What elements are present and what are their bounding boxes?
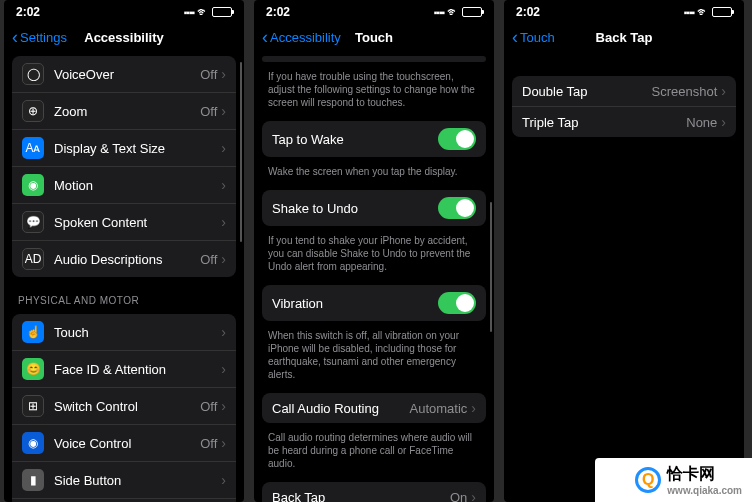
row-label: Spoken Content <box>54 215 221 230</box>
back-button[interactable]: ‹ Touch <box>512 28 555 46</box>
status-time: 2:02 <box>266 5 290 19</box>
row-label: Shake to Undo <box>272 201 438 216</box>
settings-row[interactable]: 💬Spoken Content› <box>12 204 236 241</box>
audiodesc-icon: AD <box>22 248 44 270</box>
settings-row[interactable]: ADAudio DescriptionsOff› <box>12 241 236 277</box>
row-value: Automatic <box>410 401 468 416</box>
signal-icon: ▪▪▪▪ <box>184 7 194 18</box>
settings-group: Vibration <box>262 285 486 321</box>
settings-group: Tap to Wake <box>262 121 486 157</box>
settings-group: Shake to Undo <box>262 190 486 226</box>
row-label: Tap to Wake <box>272 132 438 147</box>
settings-row[interactable]: ⊞Switch ControlOff› <box>12 388 236 425</box>
settings-row[interactable]: Triple TapNone› <box>512 107 736 137</box>
row-footer: Wake the screen when you tap the display… <box>254 161 494 186</box>
wifi-icon: ᯤ <box>447 5 459 19</box>
row-label: Triple Tap <box>522 115 686 130</box>
back-label: Settings <box>20 30 67 45</box>
row-value: Off <box>200 399 217 414</box>
content-scroll[interactable]: If you have trouble using the touchscree… <box>254 52 494 502</box>
back-label: Accessibility <box>270 30 341 45</box>
chevron-right-icon: › <box>221 66 226 82</box>
settings-row[interactable]: 😊Face ID & Attention› <box>12 351 236 388</box>
row-value: Screenshot <box>652 84 718 99</box>
row-label: Voice Control <box>54 436 200 451</box>
voiceover-icon: ◯ <box>22 63 44 85</box>
settings-row[interactable]: ⊕ZoomOff› <box>12 93 236 130</box>
watermark-name: 恰卡网 <box>667 465 715 482</box>
status-bar: 2:02 ▪▪▪▪ ᯤ <box>4 0 244 22</box>
toggle-switch[interactable] <box>438 197 476 219</box>
row-value: None <box>686 115 717 130</box>
chevron-right-icon: › <box>721 114 726 130</box>
wifi-icon: ᯤ <box>197 5 209 19</box>
physical-motor-group: ☝Touch›😊Face ID & Attention›⊞Switch Cont… <box>12 314 236 502</box>
row-label: Touch <box>54 325 221 340</box>
row-value: Off <box>200 104 217 119</box>
row-value: Off <box>200 67 217 82</box>
settings-row[interactable]: Call Audio RoutingAutomatic› <box>262 393 486 423</box>
row-label: Double Tap <box>522 84 652 99</box>
section-physical-motor: PHYSICAL AND MOTOR <box>4 281 244 310</box>
switch-icon: ⊞ <box>22 395 44 417</box>
status-time: 2:02 <box>16 5 40 19</box>
sidebutton-icon: ▮ <box>22 469 44 491</box>
row-label: Face ID & Attention <box>54 362 221 377</box>
settings-row[interactable]: Double TapScreenshot› <box>512 76 736 107</box>
watermark: 恰卡网 www.qiaka.com <box>595 458 752 502</box>
toggle-switch[interactable] <box>438 292 476 314</box>
phone-touch: 2:02 ▪▪▪▪ ᯤ ‹ Accessibility Touch If you… <box>254 0 494 502</box>
battery-icon <box>712 7 732 17</box>
chevron-right-icon: › <box>221 214 226 230</box>
motion-icon: ◉ <box>22 174 44 196</box>
content-scroll[interactable]: ◯VoiceOverOff›⊕ZoomOff›AᴀDisplay & Text … <box>4 52 244 502</box>
status-icons: ▪▪▪▪ ᯤ <box>184 5 232 19</box>
row-label: Vibration <box>272 296 438 311</box>
settings-row[interactable]: Vibration <box>262 285 486 321</box>
nav-title: Accessibility <box>84 30 164 45</box>
chevron-right-icon: › <box>221 398 226 414</box>
toggle-switch[interactable] <box>438 128 476 150</box>
back-button[interactable]: ‹ Settings <box>12 28 67 46</box>
row-label: Back Tap <box>272 490 450 503</box>
settings-row[interactable]: Back TapOn› <box>262 482 486 502</box>
chevron-right-icon: › <box>721 83 726 99</box>
settings-row[interactable]: AᴀDisplay & Text Size› <box>12 130 236 167</box>
watermark-logo-icon <box>635 467 661 493</box>
settings-row[interactable]: ◯VoiceOverOff› <box>12 56 236 93</box>
row-label: VoiceOver <box>54 67 200 82</box>
chevron-left-icon: ‹ <box>262 28 268 46</box>
settings-row[interactable]: ◉Motion› <box>12 167 236 204</box>
signal-icon: ▪▪▪▪ <box>684 7 694 18</box>
settings-row[interactable]: ◉Voice ControlOff› <box>12 425 236 462</box>
chevron-right-icon: › <box>221 177 226 193</box>
row-label: Display & Text Size <box>54 141 221 156</box>
spoken-icon: 💬 <box>22 211 44 233</box>
row-label: Audio Descriptions <box>54 252 200 267</box>
settings-group: Back TapOn› <box>262 482 486 502</box>
back-button[interactable]: ‹ Accessibility <box>262 28 341 46</box>
status-bar: 2:02 ▪▪▪▪ ᯤ <box>254 0 494 22</box>
status-icons: ▪▪▪▪ ᯤ <box>684 5 732 19</box>
phone-backtap: 2:02 ▪▪▪▪ ᯤ ‹ Touch Back Tap Double TapS… <box>504 0 744 502</box>
chevron-right-icon: › <box>221 361 226 377</box>
phone-accessibility: 2:02 ▪▪▪▪ ᯤ ‹ Settings Accessibility ◯Vo… <box>4 0 244 502</box>
scroll-indicator <box>490 202 492 332</box>
content-scroll[interactable]: Double TapScreenshot›Triple TapNone› <box>504 52 744 502</box>
battery-icon <box>212 7 232 17</box>
backtap-group: Double TapScreenshot›Triple TapNone› <box>512 76 736 137</box>
row-label: Motion <box>54 178 221 193</box>
battery-icon <box>462 7 482 17</box>
zoom-icon: ⊕ <box>22 100 44 122</box>
status-time: 2:02 <box>516 5 540 19</box>
settings-row[interactable]: ▮Side Button› <box>12 462 236 499</box>
signal-icon: ▪▪▪▪ <box>434 7 444 18</box>
settings-row[interactable]: Tap to Wake <box>262 121 486 157</box>
nav-title: Touch <box>355 30 393 45</box>
nav-bar: ‹ Touch Back Tap <box>504 22 744 52</box>
settings-row[interactable]: Shake to Undo <box>262 190 486 226</box>
scroll-indicator <box>240 62 242 242</box>
partial-group-top <box>262 56 486 62</box>
vision-group: ◯VoiceOverOff›⊕ZoomOff›AᴀDisplay & Text … <box>12 56 236 277</box>
settings-row[interactable]: ☝Touch› <box>12 314 236 351</box>
